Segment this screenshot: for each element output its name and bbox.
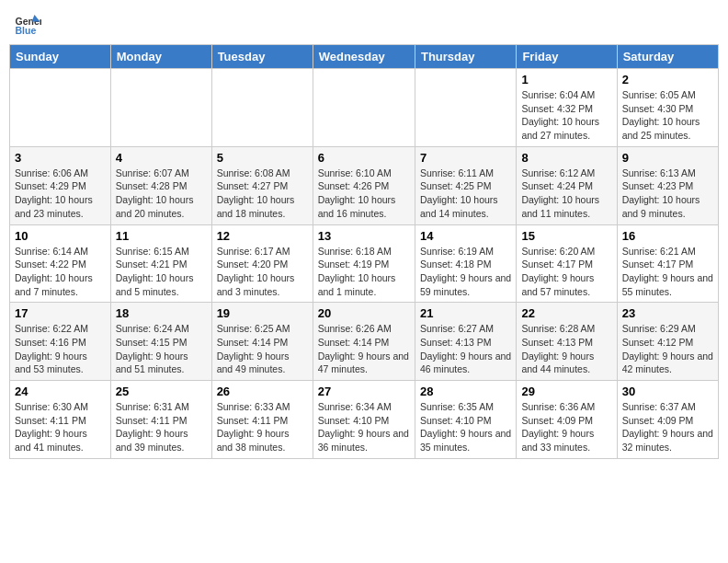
day-number: 2 <box>622 73 713 86</box>
day-info: Sunrise: 6:07 AM Sunset: 4:28 PM Dayligh… <box>116 167 207 221</box>
day-number: 3 <box>15 151 106 165</box>
calendar-cell: 10Sunrise: 6:14 AM Sunset: 4:22 PM Dayli… <box>10 224 111 303</box>
day-number: 12 <box>217 229 308 243</box>
day-number: 28 <box>420 385 511 398</box>
calendar-cell: 12Sunrise: 6:17 AM Sunset: 4:20 PM Dayli… <box>211 224 313 303</box>
calendar-cell: 7Sunrise: 6:11 AM Sunset: 4:25 PM Daylig… <box>415 146 516 224</box>
day-info: Sunrise: 6:35 AM Sunset: 4:10 PM Dayligh… <box>420 400 511 454</box>
calendar-cell: 27Sunrise: 6:34 AM Sunset: 4:10 PM Dayli… <box>313 381 415 459</box>
day-number: 18 <box>116 306 207 320</box>
day-number: 5 <box>217 151 308 165</box>
day-number: 6 <box>318 151 410 165</box>
calendar-cell: 9Sunrise: 6:13 AM Sunset: 4:23 PM Daylig… <box>617 146 718 224</box>
weekday-header-monday: Monday <box>110 45 211 69</box>
weekday-header-wednesday: Wednesday <box>313 45 415 69</box>
calendar-cell: 24Sunrise: 6:30 AM Sunset: 4:11 PM Dayli… <box>10 381 111 459</box>
day-info: Sunrise: 6:10 AM Sunset: 4:26 PM Dayligh… <box>318 167 410 221</box>
day-info: Sunrise: 6:05 AM Sunset: 4:30 PM Dayligh… <box>622 88 713 143</box>
day-number: 27 <box>318 385 410 398</box>
calendar-cell: 20Sunrise: 6:26 AM Sunset: 4:14 PM Dayli… <box>313 303 415 381</box>
day-info: Sunrise: 6:19 AM Sunset: 4:18 PM Dayligh… <box>420 245 511 299</box>
calendar-cell: 17Sunrise: 6:22 AM Sunset: 4:16 PM Dayli… <box>10 303 111 381</box>
day-info: Sunrise: 6:14 AM Sunset: 4:22 PM Dayligh… <box>15 245 106 299</box>
day-number: 11 <box>116 229 207 243</box>
calendar-cell <box>313 69 415 147</box>
calendar-cell: 25Sunrise: 6:31 AM Sunset: 4:11 PM Dayli… <box>110 381 211 459</box>
day-number: 8 <box>521 151 611 165</box>
calendar-cell: 23Sunrise: 6:29 AM Sunset: 4:12 PM Dayli… <box>617 303 718 381</box>
calendar-cell <box>110 69 211 147</box>
day-info: Sunrise: 6:30 AM Sunset: 4:11 PM Dayligh… <box>15 400 106 454</box>
day-info: Sunrise: 6:17 AM Sunset: 4:20 PM Dayligh… <box>217 245 308 299</box>
day-info: Sunrise: 6:27 AM Sunset: 4:13 PM Dayligh… <box>420 322 511 376</box>
day-number: 22 <box>521 306 611 320</box>
day-number: 17 <box>15 306 106 320</box>
day-info: Sunrise: 6:29 AM Sunset: 4:12 PM Dayligh… <box>622 322 713 376</box>
day-number: 26 <box>217 385 308 398</box>
day-info: Sunrise: 6:11 AM Sunset: 4:25 PM Dayligh… <box>420 167 511 221</box>
calendar-cell: 16Sunrise: 6:21 AM Sunset: 4:17 PM Dayli… <box>617 224 718 303</box>
day-number: 24 <box>15 385 106 398</box>
day-number: 7 <box>420 151 511 165</box>
logo-icon: General Blue <box>14 9 41 37</box>
day-number: 21 <box>420 306 511 320</box>
weekday-header-thursday: Thursday <box>415 45 516 69</box>
calendar-cell <box>211 69 313 147</box>
day-info: Sunrise: 6:26 AM Sunset: 4:14 PM Dayligh… <box>318 322 410 376</box>
calendar-cell: 4Sunrise: 6:07 AM Sunset: 4:28 PM Daylig… <box>110 146 211 224</box>
logo: General Blue <box>14 9 45 37</box>
day-info: Sunrise: 6:36 AM Sunset: 4:09 PM Dayligh… <box>521 400 611 454</box>
calendar-cell: 19Sunrise: 6:25 AM Sunset: 4:14 PM Dayli… <box>211 303 313 381</box>
calendar-cell <box>10 69 111 147</box>
calendar-cell: 13Sunrise: 6:18 AM Sunset: 4:19 PM Dayli… <box>313 224 415 303</box>
day-info: Sunrise: 6:12 AM Sunset: 4:24 PM Dayligh… <box>521 167 611 221</box>
day-info: Sunrise: 6:37 AM Sunset: 4:09 PM Dayligh… <box>622 400 713 454</box>
weekday-header-sunday: Sunday <box>10 45 111 69</box>
day-info: Sunrise: 6:13 AM Sunset: 4:23 PM Dayligh… <box>622 167 713 221</box>
calendar-cell: 18Sunrise: 6:24 AM Sunset: 4:15 PM Dayli… <box>110 303 211 381</box>
calendar-cell: 30Sunrise: 6:37 AM Sunset: 4:09 PM Dayli… <box>617 381 718 459</box>
calendar: SundayMondayTuesdayWednesdayThursdayFrid… <box>9 44 719 459</box>
day-number: 23 <box>622 306 713 320</box>
calendar-cell: 14Sunrise: 6:19 AM Sunset: 4:18 PM Dayli… <box>415 224 516 303</box>
day-number: 9 <box>622 151 713 165</box>
day-info: Sunrise: 6:33 AM Sunset: 4:11 PM Dayligh… <box>217 400 308 454</box>
day-info: Sunrise: 6:18 AM Sunset: 4:19 PM Dayligh… <box>318 245 410 299</box>
day-number: 1 <box>521 73 611 86</box>
day-info: Sunrise: 6:34 AM Sunset: 4:10 PM Dayligh… <box>318 400 410 454</box>
day-number: 25 <box>116 385 207 398</box>
calendar-cell <box>415 69 516 147</box>
calendar-cell: 1Sunrise: 6:04 AM Sunset: 4:32 PM Daylig… <box>517 69 617 147</box>
day-number: 20 <box>318 306 410 320</box>
day-info: Sunrise: 6:06 AM Sunset: 4:29 PM Dayligh… <box>15 167 106 221</box>
day-info: Sunrise: 6:24 AM Sunset: 4:15 PM Dayligh… <box>116 322 207 376</box>
calendar-cell: 29Sunrise: 6:36 AM Sunset: 4:09 PM Dayli… <box>517 381 617 459</box>
day-number: 19 <box>217 306 308 320</box>
day-number: 16 <box>622 229 713 243</box>
day-number: 29 <box>521 385 611 398</box>
day-number: 13 <box>318 229 410 243</box>
day-info: Sunrise: 6:25 AM Sunset: 4:14 PM Dayligh… <box>217 322 308 376</box>
day-number: 10 <box>15 229 106 243</box>
weekday-header-saturday: Saturday <box>617 45 718 69</box>
calendar-cell: 2Sunrise: 6:05 AM Sunset: 4:30 PM Daylig… <box>617 69 718 147</box>
day-info: Sunrise: 6:08 AM Sunset: 4:27 PM Dayligh… <box>217 167 308 221</box>
calendar-cell: 6Sunrise: 6:10 AM Sunset: 4:26 PM Daylig… <box>313 146 415 224</box>
svg-text:Blue: Blue <box>16 25 37 36</box>
calendar-cell: 28Sunrise: 6:35 AM Sunset: 4:10 PM Dayli… <box>415 381 516 459</box>
day-number: 4 <box>116 151 207 165</box>
calendar-cell: 8Sunrise: 6:12 AM Sunset: 4:24 PM Daylig… <box>517 146 617 224</box>
day-info: Sunrise: 6:22 AM Sunset: 4:16 PM Dayligh… <box>15 322 106 376</box>
calendar-cell: 11Sunrise: 6:15 AM Sunset: 4:21 PM Dayli… <box>110 224 211 303</box>
calendar-cell: 3Sunrise: 6:06 AM Sunset: 4:29 PM Daylig… <box>10 146 111 224</box>
day-number: 30 <box>622 385 713 398</box>
header: General Blue <box>9 9 719 37</box>
day-info: Sunrise: 6:15 AM Sunset: 4:21 PM Dayligh… <box>116 245 207 299</box>
calendar-cell: 26Sunrise: 6:33 AM Sunset: 4:11 PM Dayli… <box>211 381 313 459</box>
calendar-cell: 5Sunrise: 6:08 AM Sunset: 4:27 PM Daylig… <box>211 146 313 224</box>
calendar-cell: 22Sunrise: 6:28 AM Sunset: 4:13 PM Dayli… <box>517 303 617 381</box>
day-number: 14 <box>420 229 511 243</box>
day-info: Sunrise: 6:20 AM Sunset: 4:17 PM Dayligh… <box>521 245 611 299</box>
day-info: Sunrise: 6:31 AM Sunset: 4:11 PM Dayligh… <box>116 400 207 454</box>
day-info: Sunrise: 6:04 AM Sunset: 4:32 PM Dayligh… <box>521 88 611 143</box>
